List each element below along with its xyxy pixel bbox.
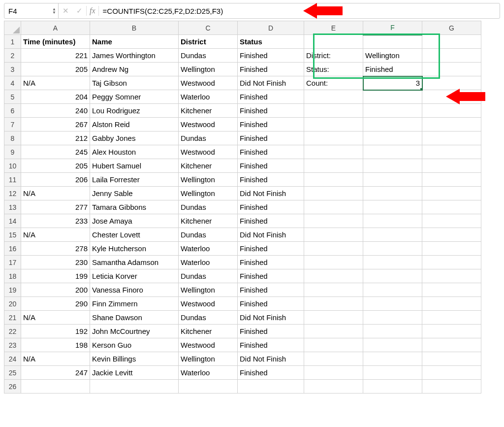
row-header[interactable]: 8 (4, 131, 21, 145)
row-header[interactable]: 24 (4, 352, 21, 366)
cell[interactable]: N/A (21, 352, 90, 366)
cancel-formula-icon[interactable]: ✕ (59, 6, 72, 15)
cell[interactable] (422, 269, 481, 283)
cell[interactable]: Kitchener (179, 325, 238, 338)
cell[interactable]: 247 (21, 366, 90, 380)
col-header-F[interactable]: F (363, 21, 422, 35)
cell[interactable] (422, 242, 481, 256)
cell[interactable]: Alston Reid (90, 118, 179, 131)
cell[interactable]: Shane Dawson (90, 311, 179, 325)
cell[interactable]: Wellington (179, 173, 238, 187)
cell[interactable]: Kevin Billings (90, 352, 179, 366)
cell[interactable] (363, 173, 422, 187)
cell[interactable] (21, 380, 90, 394)
cell[interactable]: Jose Amaya (90, 214, 179, 228)
cell[interactable]: Finished (238, 200, 304, 214)
cell[interactable]: Did Not Finish (238, 76, 304, 90)
cell[interactable] (422, 118, 481, 131)
cell[interactable]: Finished (238, 214, 304, 228)
row-header[interactable]: 1 (4, 35, 21, 49)
cell[interactable]: Westwood (179, 145, 238, 159)
cell[interactable] (422, 145, 481, 159)
cell[interactable] (422, 256, 481, 269)
cell[interactable]: Finished (238, 366, 304, 380)
cell[interactable]: 233 (21, 214, 90, 228)
cell[interactable]: Finn Zimmern (90, 297, 179, 311)
cell[interactable] (304, 256, 363, 269)
cell[interactable] (304, 104, 363, 118)
row-header[interactable]: 15 (4, 228, 21, 242)
cell[interactable] (363, 104, 422, 118)
cell[interactable] (363, 90, 422, 104)
col-header-B[interactable]: B (90, 21, 179, 35)
cell[interactable]: Did Not Finish (238, 187, 304, 200)
cell[interactable] (363, 214, 422, 228)
cell[interactable] (422, 228, 481, 242)
cell[interactable]: Waterloo (179, 90, 238, 104)
col-header-G[interactable]: G (422, 21, 481, 35)
cell[interactable] (304, 118, 363, 131)
cell[interactable]: Finished (238, 242, 304, 256)
cell[interactable] (422, 35, 481, 49)
cell[interactable] (304, 214, 363, 228)
cell[interactable]: Andrew Ng (90, 63, 179, 76)
cell[interactable]: John McCourtney (90, 325, 179, 338)
active-cell[interactable]: 3 (363, 76, 422, 90)
cell[interactable] (363, 159, 422, 173)
cell[interactable]: Count: (304, 76, 363, 90)
row-header[interactable]: 26 (4, 380, 21, 394)
cell[interactable]: 221 (21, 49, 90, 63)
row-header[interactable]: 2 (4, 49, 21, 63)
cell[interactable] (422, 63, 481, 76)
cell[interactable] (363, 256, 422, 269)
cell[interactable]: 199 (21, 269, 90, 283)
row-header[interactable]: 6 (4, 104, 21, 118)
cell[interactable]: Dundas (179, 311, 238, 325)
cell[interactable] (304, 159, 363, 173)
cell[interactable]: 205 (21, 63, 90, 76)
cell[interactable] (363, 283, 422, 297)
cell[interactable] (304, 297, 363, 311)
cell[interactable] (422, 104, 481, 118)
cell[interactable]: Finished (238, 283, 304, 297)
cell[interactable] (363, 366, 422, 380)
cell[interactable] (422, 311, 481, 325)
cell[interactable]: Wellington (179, 63, 238, 76)
cell[interactable]: Kitchener (179, 104, 238, 118)
cell[interactable] (238, 380, 304, 394)
cell[interactable] (363, 242, 422, 256)
cell[interactable]: 206 (21, 173, 90, 187)
cell[interactable] (422, 159, 481, 173)
select-all-corner[interactable] (4, 21, 21, 35)
cell[interactable]: 198 (21, 338, 90, 352)
cell[interactable]: N/A (21, 187, 90, 200)
cell[interactable]: Finished (238, 338, 304, 352)
cell[interactable]: 245 (21, 145, 90, 159)
cell[interactable] (304, 352, 363, 366)
cell[interactable]: Name (90, 35, 179, 49)
cell[interactable]: Wellington (179, 187, 238, 200)
cell[interactable]: Finished (238, 297, 304, 311)
formula-input[interactable] (99, 7, 500, 15)
grid-table[interactable]: A B C D E F G 1Time (minutes)NameDistric… (4, 21, 481, 394)
cell[interactable]: N/A (21, 311, 90, 325)
cell[interactable]: Finished (238, 145, 304, 159)
cell[interactable] (422, 214, 481, 228)
cell[interactable]: Chester Lovett (90, 228, 179, 242)
cell[interactable]: Wellington (179, 352, 238, 366)
cell[interactable]: Jenny Sable (90, 187, 179, 200)
col-header-C[interactable]: C (179, 21, 238, 35)
cell[interactable]: Dundas (179, 269, 238, 283)
cell[interactable] (304, 283, 363, 297)
cell[interactable] (363, 269, 422, 283)
cell[interactable]: Finished (238, 104, 304, 118)
cell[interactable]: Wellington (179, 283, 238, 297)
cell[interactable]: Gabby Jones (90, 131, 179, 145)
row-header[interactable]: 7 (4, 118, 21, 131)
col-header-D[interactable]: D (238, 21, 304, 35)
cell[interactable]: Finished (238, 173, 304, 187)
accept-formula-icon[interactable]: ✓ (72, 6, 86, 15)
row-header[interactable]: 4 (4, 76, 21, 90)
cell[interactable] (304, 173, 363, 187)
cell[interactable] (304, 380, 363, 394)
